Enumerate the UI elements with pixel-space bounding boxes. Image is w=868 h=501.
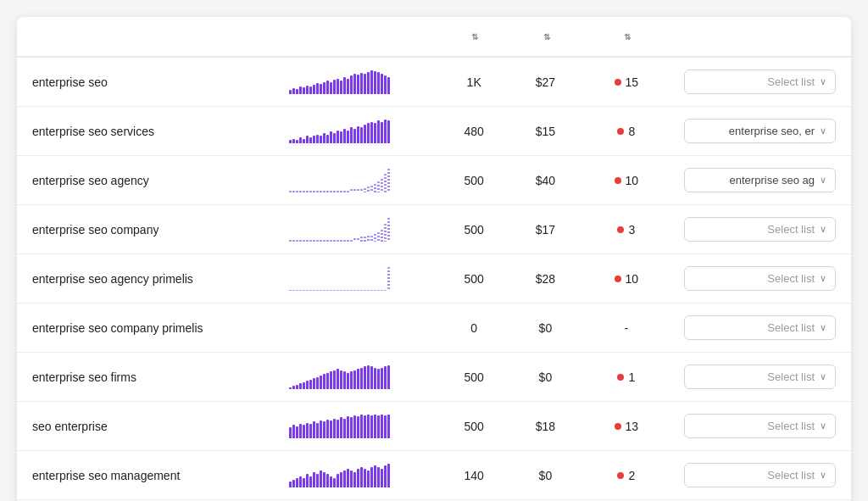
trend-bar xyxy=(340,472,342,487)
select-list-label: Select list xyxy=(693,370,815,383)
trend-bar xyxy=(313,421,315,437)
table-row: enterprise seo firms500$01Select list∨ xyxy=(17,353,851,402)
table-row: enterprise seo agency500$4010enterprise … xyxy=(17,156,851,205)
chevron-down-icon: ∨ xyxy=(820,322,826,333)
ppcd-value: 1 xyxy=(598,370,654,384)
select-list-label: enterprise seo ag xyxy=(693,174,815,186)
col-header-cpc[interactable]: ⇅ xyxy=(507,17,583,57)
sv-cell: 1K xyxy=(441,57,508,107)
trend-bar xyxy=(337,369,339,388)
ppcd-cell: 8 xyxy=(583,107,669,156)
keyword-cell: enterprise seo agency xyxy=(17,156,274,205)
cpc-cell: $17 xyxy=(507,205,583,254)
trend-bar xyxy=(323,290,326,291)
trend-bars xyxy=(289,365,426,389)
trend-bar xyxy=(292,191,295,192)
trend-bar xyxy=(296,191,298,192)
trend-bar xyxy=(313,290,315,291)
select-list-dropdown[interactable]: enterprise seo, er∨ xyxy=(684,119,836,143)
trend-bar xyxy=(303,87,305,94)
table-row: seo enterprise500$1813Select list∨ xyxy=(17,402,851,451)
trend-bar xyxy=(350,371,353,388)
ppcd-value: 15 xyxy=(598,75,654,89)
ppcd-value: 3 xyxy=(598,223,654,237)
trend-bar xyxy=(370,186,373,192)
col-header-sv[interactable]: ⇅ xyxy=(441,17,508,57)
trend-bars xyxy=(289,70,426,94)
trend-bar xyxy=(377,72,380,94)
chevron-down-icon: ∨ xyxy=(820,125,826,136)
sv-sort-icon: ⇅ xyxy=(471,32,479,42)
select-list-dropdown[interactable]: Select list∨ xyxy=(684,217,836,242)
select-list-dropdown[interactable]: enterprise seo ag∨ xyxy=(684,168,836,192)
trend-bar xyxy=(333,419,336,438)
select-list-label: Select list xyxy=(693,469,815,482)
ppcd-value: 13 xyxy=(598,420,654,433)
chevron-down-icon: ∨ xyxy=(820,224,826,235)
trend-bar xyxy=(377,120,380,142)
select-list-dropdown[interactable]: Select list∨ xyxy=(684,70,836,94)
trend-bars xyxy=(289,415,426,438)
chevron-down-icon: ∨ xyxy=(820,175,826,186)
table-row: enterprise seo agency primelis500$2810Se… xyxy=(17,254,851,303)
cpc-sort-icon: ⇅ xyxy=(543,32,551,42)
trend-bar xyxy=(364,237,366,241)
trend-bar xyxy=(374,415,376,438)
select-list-label: enterprise seo, er xyxy=(693,125,815,137)
trend-bar xyxy=(306,191,309,192)
trend-bar xyxy=(357,369,359,388)
select-list-dropdown[interactable]: Select list∨ xyxy=(684,463,836,487)
select-list-label: Select list xyxy=(693,321,815,334)
trend-bar xyxy=(333,240,336,242)
trend-bar xyxy=(330,476,332,487)
trend-bar xyxy=(313,191,315,192)
trend-bar xyxy=(381,290,383,291)
col-header-ppcd[interactable]: ⇅ xyxy=(583,17,669,57)
trend-bar xyxy=(374,290,376,291)
trend-bar xyxy=(381,469,383,487)
trend-bar xyxy=(350,240,353,242)
trend-bar xyxy=(316,191,319,192)
select-list-dropdown[interactable]: Select list∨ xyxy=(684,315,836,340)
select-list-dropdown[interactable]: Select list∨ xyxy=(684,365,836,389)
ppcd-dot xyxy=(615,423,621,430)
trend-bar xyxy=(326,420,329,438)
addtolist-cell: Select list∨ xyxy=(669,57,851,107)
select-list-dropdown[interactable]: Select list∨ xyxy=(684,414,836,438)
trend-bar xyxy=(296,140,298,142)
trend-bar xyxy=(370,122,373,143)
trend-bar xyxy=(313,240,315,242)
trend-bar xyxy=(326,81,329,93)
col-header-addtolist xyxy=(669,17,851,57)
trend-bar xyxy=(323,191,326,192)
sv-cell: 500 xyxy=(441,156,508,205)
trend-bar xyxy=(337,240,339,242)
trend-bar xyxy=(343,290,346,291)
trend-bar xyxy=(360,237,363,241)
trend-bar xyxy=(387,464,390,487)
trend-bar xyxy=(326,373,329,389)
select-list-dropdown[interactable]: Select list∨ xyxy=(684,266,836,291)
trend-bar xyxy=(384,174,387,192)
ppcd-cell: 10 xyxy=(583,254,669,303)
trend-cell xyxy=(274,57,441,107)
ppcd-dot xyxy=(615,177,621,184)
main-container: ⇅ ⇅ ⇅ enterprise seo1K$2715Sele xyxy=(17,17,851,501)
trend-bar xyxy=(353,415,356,438)
trend-bar xyxy=(357,75,359,94)
ppcd-value: 8 xyxy=(598,125,654,138)
trend-bar xyxy=(292,240,295,242)
ppcd-number: 15 xyxy=(626,75,639,89)
trend-bar xyxy=(306,290,309,291)
ppcd-dot xyxy=(617,128,624,135)
trend-bar xyxy=(323,374,326,388)
trend-bar xyxy=(367,415,370,438)
trend-bar xyxy=(364,290,366,291)
ppcd-number: 13 xyxy=(626,420,639,433)
trend-bar xyxy=(381,415,383,438)
trend-bar xyxy=(309,240,312,242)
trend-bar xyxy=(292,139,295,143)
sv-cell: 480 xyxy=(441,107,508,156)
trend-bar xyxy=(370,290,373,291)
keyword-cell: enterprise seo xyxy=(17,57,274,107)
